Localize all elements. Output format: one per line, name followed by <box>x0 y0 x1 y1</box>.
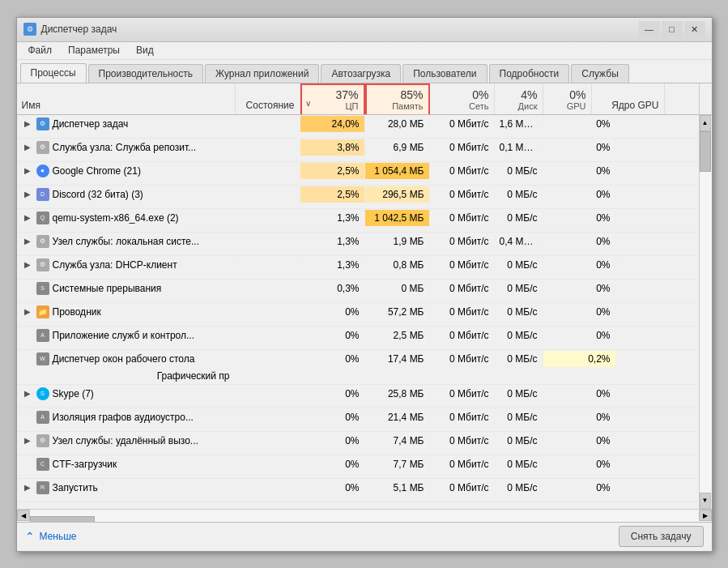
table-row[interactable]: ▶ ⚙ Узел службы: локальная систе... 1,3%… <box>17 233 699 256</box>
process-icon: W <box>36 352 49 365</box>
table-row[interactable]: ▶ D Discord (32 бита) (3) 2,5% 296,5 МБ … <box>17 186 699 209</box>
table-row[interactable]: A Изоляция графов аудиоустро... 0% 21,4 … <box>17 408 699 432</box>
table-row[interactable]: ▶ ⚙ Диспетчер задач 24,0% 28,0 МБ 0 Мбит… <box>17 115 699 139</box>
discord-icon: D <box>36 188 49 201</box>
vertical-scrollbar[interactable]: ▲ ▼ <box>699 115 712 509</box>
process-name: Диспетчер окон рабочего стола <box>53 353 195 365</box>
expand-arrow-icon[interactable]: ▶ <box>22 482 33 493</box>
col-name[interactable]: Имя <box>17 83 236 114</box>
process-net: 0 Мбит/с <box>430 233 495 250</box>
table-row[interactable]: A Приложение служб и контрол... 0% 2,5 М… <box>17 327 699 350</box>
menu-file[interactable]: Файл <box>20 43 61 58</box>
col-cpu[interactable]: ∨ 37% ЦП <box>300 83 365 114</box>
expand-arrow-icon[interactable]: ▶ <box>22 306 33 318</box>
tab-users[interactable]: Пользователи <box>402 64 487 83</box>
process-status <box>236 286 300 291</box>
process-gpu: 0% <box>543 116 616 132</box>
menu-view[interactable]: Вид <box>128 43 162 58</box>
table-row[interactable]: W Диспетчер окон рабочего стола 0% 17,4 … <box>17 350 699 385</box>
process-name: Служба узла: Служба репозит... <box>53 142 197 153</box>
process-disk: 0 МБ/с <box>495 210 543 226</box>
process-status <box>236 216 300 220</box>
process-name: Узел службы: удалённый вызо... <box>53 435 198 446</box>
process-cpu: 2,5% <box>300 163 365 179</box>
process-status <box>236 438 300 443</box>
table-row[interactable]: ▶ Q qemu-system-x86_64.exe (2) 1,3% 1 04… <box>17 209 699 233</box>
process-disk: 0 МБ/с <box>495 327 543 344</box>
close-button[interactable]: ✕ <box>684 21 705 37</box>
scroll-down-button[interactable]: ▼ <box>700 493 711 509</box>
expand-arrow-icon[interactable]: ▶ <box>22 435 33 446</box>
process-gpu-engine <box>17 450 236 455</box>
table-row[interactable]: ▶ 📁 Проводник 0% 57,2 МБ 0 Мбит/с 0 МБ/с… <box>17 303 699 327</box>
table-row[interactable]: ▶ S Skype (7) 0% 25,8 МБ 0 Мбит/с 0 МБ/с… <box>17 385 699 408</box>
table-row[interactable]: ▶ ⚙ Служба узла: DHCP-клиент 1,3% 0,8 МБ… <box>17 256 699 280</box>
tab-services[interactable]: Службы <box>571 64 628 83</box>
process-net: 0 Мбит/с <box>430 116 495 132</box>
process-name-cell: ▶ R Запустить <box>17 479 236 497</box>
process-net: 0 Мбит/с <box>430 186 495 203</box>
process-net: 0 Мбит/с <box>430 139 495 156</box>
scroll-left-button[interactable]: ◀ <box>17 510 30 521</box>
process-name: Узел службы: локальная систе... <box>53 236 200 247</box>
tab-startup[interactable]: Автозагрузка <box>321 64 401 83</box>
expand-arrow-icon[interactable]: ▶ <box>22 388 33 399</box>
expand-arrow-icon[interactable]: ▶ <box>22 236 33 247</box>
content-area: Имя Состояние ∨ 37% ЦП 85% Память <box>17 83 712 522</box>
table-row[interactable]: ▶ R Запустить 0% 5,1 МБ 0 Мбит/с 0 МБ/с … <box>17 479 699 502</box>
scroll-up-button[interactable]: ▲ <box>700 115 711 131</box>
table-row[interactable]: ▶ ● Google Chrome (21) 2,5% 1 054,4 МБ 0… <box>17 162 699 186</box>
process-disk: 0 МБ/с <box>495 304 543 320</box>
end-task-button[interactable]: Снять задачу <box>619 526 704 547</box>
scroll-thumb[interactable] <box>700 131 711 172</box>
col-network[interactable]: 0% Сеть <box>430 83 495 114</box>
col-net-pct: 0% <box>435 88 489 101</box>
menu-options[interactable]: Параметры <box>60 43 128 58</box>
table-row[interactable]: S Системные прерывания 0,3% 0 МБ 0 Мбит/… <box>17 280 699 303</box>
minimize-button[interactable]: — <box>639 21 660 37</box>
process-net: 0 Мбит/с <box>430 210 495 226</box>
expand-arrow-icon[interactable]: ▶ <box>22 259 33 271</box>
expand-arrow-icon[interactable]: ▶ <box>22 189 33 200</box>
process-cpu: 2,5% <box>300 186 365 203</box>
process-table-body[interactable]: ▶ ⚙ Диспетчер задач 24,0% 28,0 МБ 0 Мбит… <box>17 115 699 509</box>
table-row[interactable]: ▶ ⚙ Служба узла: Служба репозит... 3,8% … <box>17 139 699 162</box>
less-button[interactable]: ⌃ Меньше <box>25 530 77 543</box>
process-name: Приложение служб и контрол... <box>53 330 195 341</box>
process-mem: 21,4 МБ <box>365 409 430 425</box>
process-gpu: 0% <box>543 186 616 203</box>
process-status <box>236 192 300 197</box>
tab-performance[interactable]: Производительность <box>88 64 203 83</box>
process-net: 0 Мбит/с <box>430 163 495 179</box>
expand-arrow-icon[interactable]: ▶ <box>22 118 33 130</box>
col-gpu-engine[interactable]: Ядро GPU <box>592 83 665 114</box>
process-gpu-engine <box>17 227 236 232</box>
process-gpu-engine <box>17 156 236 161</box>
table-row[interactable]: ▶ ⚙ Узел службы: удалённый вызо... 0% 7,… <box>17 432 699 455</box>
process-mem: 1,9 МБ <box>365 233 430 250</box>
col-disk-label: Диск <box>500 101 538 111</box>
expand-arrow-icon[interactable]: ▶ <box>22 165 33 177</box>
horizontal-scrollbar[interactable]: ◀ ▶ <box>17 509 712 522</box>
process-name-cell: ▶ ⚙ Узел службы: локальная систе... <box>17 233 236 250</box>
expand-arrow-icon[interactable]: ▶ <box>22 212 33 224</box>
col-gpu[interactable]: 0% GPU <box>543 83 592 114</box>
process-mem: 17,4 МБ <box>365 351 430 367</box>
process-gpu: 0% <box>543 433 616 449</box>
col-disk[interactable]: 4% Диск <box>495 83 543 114</box>
process-mem: 0,8 МБ <box>365 257 430 273</box>
col-status[interactable]: Состояние <box>236 83 300 114</box>
table-row[interactable]: C CTF-загрузчик 0% 7,7 МБ 0 Мбит/с 0 МБ/… <box>17 455 699 479</box>
horizontal-scroll-thumb[interactable] <box>30 516 95 522</box>
tab-processes[interactable]: Процессы <box>20 63 87 83</box>
tab-app-history[interactable]: Журнал приложений <box>205 64 319 83</box>
scroll-right-button[interactable]: ▶ <box>699 510 712 521</box>
process-gpu-engine <box>17 497 236 502</box>
expand-arrow-icon[interactable]: ▶ <box>22 142 33 153</box>
maximize-button[interactable]: □ <box>662 21 683 37</box>
col-memory[interactable]: 85% Память <box>365 83 430 114</box>
tabs-bar: Процессы Производительность Журнал прило… <box>17 60 712 83</box>
col-cpu-pct: 37% <box>307 88 359 101</box>
process-name-cell: ▶ ⚙ Диспетчер задач <box>17 115 236 133</box>
tab-details[interactable]: Подробности <box>489 64 570 83</box>
